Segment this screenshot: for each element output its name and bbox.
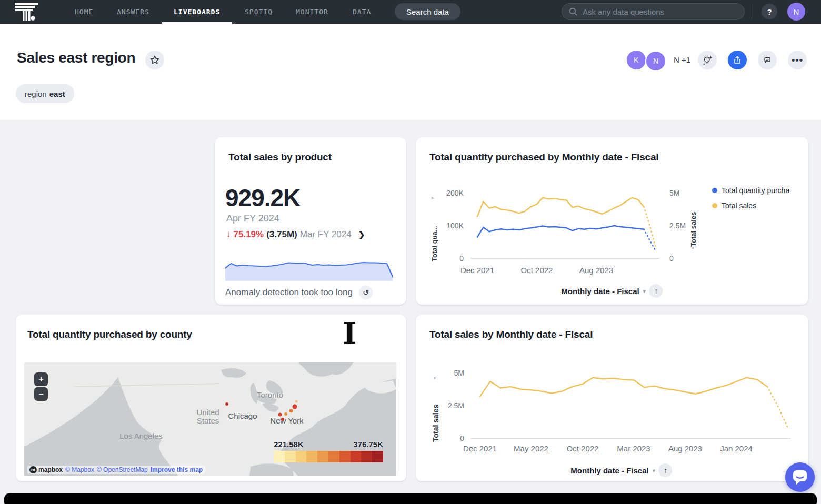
map-zoom-in-button[interactable]: + [34,372,48,386]
color-scale-min: 221.58K [274,440,304,449]
ask-question-input[interactable] [582,7,726,17]
legend-label: Total sales [722,201,756,210]
sort-ascending-button[interactable]: ↑ [659,463,673,477]
search-icon [569,7,577,16]
nav-item-liveboards[interactable]: LIVEBOARDS [162,0,232,24]
map-point[interactable] [289,409,293,413]
liveboard-header: Sales east region K N N +1 [0,24,821,120]
ask-question-field[interactable] [562,3,745,20]
sort-ascending-button[interactable]: ↑ [649,284,663,298]
kpi-card-total-sales-by-product: Total sales by product 929.2K Apr FY 202… [215,137,406,305]
spotiq-insights-button[interactable] [698,51,717,69]
mapbox-logo[interactable]: m mapbox [29,466,63,473]
map-label-chicago: Chicago [228,412,257,420]
map-point[interactable] [295,400,297,402]
map-label-toronto: Toronto [257,391,283,399]
comment-icon [762,55,773,65]
color-scale-gradient [274,451,383,462]
map-point[interactable] [292,405,297,409]
legend-label: Total quantity purcha [722,186,789,195]
legend-item-quantity[interactable]: Total quantity purcha [712,186,789,195]
liveboard-page: HOME ANSWERS LIVEBOARDS SPOTIQ MONITOR D… [0,0,821,504]
help-button[interactable]: ? [762,4,777,19]
axis-pan-right-icon[interactable]: ▸ [432,195,434,200]
retry-icon[interactable]: ↺ [359,286,373,299]
y-axis-title: Total sales [432,383,440,442]
viz-title[interactable]: Total quantity purchased by Monthly date… [429,152,658,163]
kpi-value: 929.2K [225,184,300,212]
nav-item-spotiq[interactable]: SPOTIQ [245,0,273,22]
legend-item-sales[interactable]: Total sales [712,201,756,210]
viz-title[interactable]: Total sales by Monthly date - Fiscal [429,329,593,340]
chevron-down-icon[interactable]: ▾ [653,468,655,473]
x-tick: Dec 2021 [455,266,499,275]
nav-divider [752,4,752,19]
more-options-button[interactable]: ••• [788,51,807,69]
viz-title[interactable]: Total quantity purchased by county [27,329,192,340]
map-point[interactable] [284,412,287,416]
improve-map-link[interactable]: Improve this map [151,466,203,473]
favorite-button[interactable] [145,51,164,69]
star-icon [150,55,159,65]
change-compare-period: Mar FY 2024 [300,229,352,240]
filter-chip-name: region [25,89,47,98]
kpi-change-row: ↓ 75.19% (3.75M) Mar FY 2024 ❯ [226,229,365,240]
x-axis-label-control[interactable]: Monthly date - Fiscal ▾ ↑ [570,463,672,477]
change-absolute: (3.75M) [266,229,297,240]
map-label-new-york: New York [270,417,303,425]
bottom-black-bar [4,493,817,504]
chart-card-sales-by-month: Total sales by Monthly date - Fiscal 5M … [416,315,808,481]
nav-item-data[interactable]: DATA [353,0,371,22]
y-right-tick: 0 [669,254,674,263]
map-point[interactable] [278,412,282,416]
filter-chip-region[interactable]: region east [16,84,74,103]
nav-item-monitor[interactable]: MONITOR [296,0,328,22]
x-axis-label: Monthly date - Fiscal [561,287,639,296]
x-tick: Oct 2022 [515,266,559,275]
x-tick: Oct 2022 [560,444,605,453]
axis-pan-right-icon[interactable]: ▸ [434,375,436,380]
top-nav: HOME ANSWERS LIVEBOARDS SPOTIQ MONITOR D… [0,0,821,24]
share-button[interactable] [728,51,747,69]
legend-dot-icon [712,188,717,193]
x-tick: Jan 2024 [714,444,758,453]
viz-title[interactable]: Total sales by product [228,152,332,163]
map-point[interactable] [281,418,284,421]
axis-pan-left-icon[interactable]: ◂ [691,245,694,250]
map-label-los-angeles: Los Angeles [119,432,163,440]
x-tick: Aug 2023 [663,444,707,453]
chevron-down-icon[interactable]: ▾ [643,288,646,294]
nav-item-answers[interactable]: ANSWERS [117,0,149,22]
map-point[interactable] [225,402,228,406]
search-data-label: Search data [406,7,449,16]
map-label-united-states: United States [196,408,219,425]
map-attribution: m mapbox © Mapbox © OpenStreetMap Improv… [27,466,205,474]
map-zoom-out-button[interactable]: − [34,387,48,401]
osm-link[interactable]: © OpenStreetMap [97,466,148,473]
user-avatar[interactable]: N [787,3,805,21]
chevron-right-icon[interactable]: ❯ [358,230,365,239]
collaborator-overflow[interactable]: N +1 [674,55,690,64]
anomaly-status-text: Anomaly detection took too long [225,287,353,298]
search-data-button[interactable]: Search data [395,3,460,20]
chat-widget-button[interactable] [785,462,815,492]
legend-dot-icon [712,203,717,208]
chat-bubble-icon [785,462,815,492]
change-down-arrow-icon: ↓ [226,229,231,240]
thoughtspot-logo-icon[interactable] [15,2,38,21]
page-title: Sales east region [17,49,135,66]
choropleth-map[interactable]: + − Toronto Chicago United States New Yo… [24,362,396,476]
x-tick: Mar 2023 [612,444,656,453]
nav-item-home[interactable]: HOME [75,0,93,22]
comment-button[interactable] [758,51,777,69]
y-left-tick: 200K [432,189,464,197]
x-axis-label-control[interactable]: Monthly date - Fiscal ▾ ↑ [561,284,663,298]
collaborator-avatar-k[interactable]: K [627,51,646,69]
lightbulb-sparkle-icon [702,54,713,66]
kpi-sparkline [225,251,393,281]
color-scale-max: 376.75K [340,440,383,449]
filter-chip-value: east [49,89,65,98]
y-right-axis-title: Total sales [689,199,697,247]
mapbox-link[interactable]: © Mapbox [65,466,94,473]
collaborator-avatar-n[interactable]: N [645,51,666,72]
